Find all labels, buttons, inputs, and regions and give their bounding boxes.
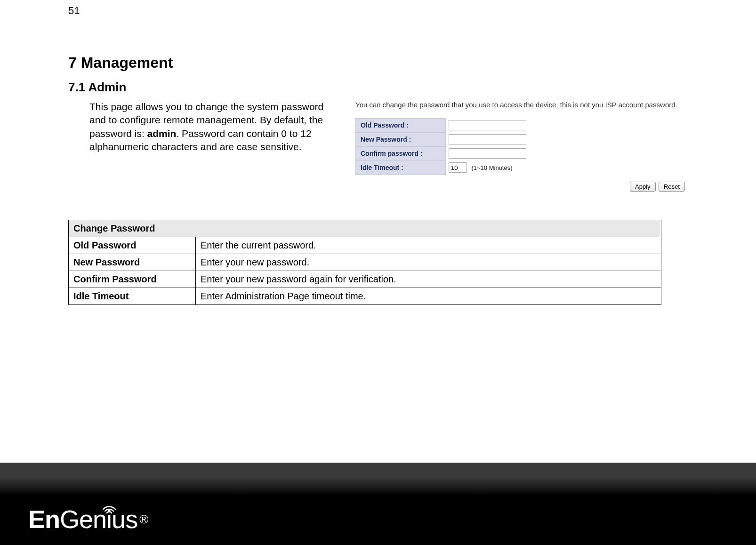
logo-registered: ® (139, 513, 148, 525)
key-new-password: New Password (69, 254, 196, 271)
new-password-input[interactable] (449, 134, 526, 144)
password-form-table: Old Password : New Password : Confirm pa… (355, 118, 530, 175)
field-old-password (446, 118, 530, 132)
val-idle-timeout: Enter Administration Page timeout time. (196, 288, 661, 305)
table-row: Confirm Password Enter your new password… (69, 271, 661, 288)
row-idle-timeout: Idle Timeout : (1~10 Minutes) (356, 160, 530, 175)
logo-i-wrap: i (106, 506, 112, 532)
idle-timeout-hint: (1~10 Minutes) (471, 164, 512, 171)
logo-gen: Gen (60, 506, 106, 532)
change-password-description-table: Change Password Old Password Enter the c… (68, 220, 661, 305)
heading-admin: 7.1 Admin (68, 80, 690, 95)
table-row: New Password Enter your new password. (69, 254, 661, 271)
field-confirm-password (446, 146, 530, 160)
desc-default-password: admin (147, 128, 177, 139)
val-new-password: Enter your new password. (196, 254, 661, 271)
form-intro-text: You can change the password that you use… (355, 100, 690, 110)
field-idle-timeout: (1~10 Minutes) (446, 160, 530, 175)
key-old-password: Old Password (69, 237, 196, 254)
table-header-row: Change Password (69, 220, 661, 237)
reset-button[interactable]: Reset (659, 182, 685, 192)
field-new-password (446, 132, 530, 146)
row-old-password: Old Password : (356, 118, 530, 132)
two-column-layout: This page allows you to change the syste… (68, 100, 690, 192)
engenius-logo: EnGenius® (28, 506, 148, 532)
confirm-password-input[interactable] (449, 148, 526, 159)
row-new-password: New Password : (356, 132, 530, 146)
admin-description: This page allows you to change the syste… (68, 100, 341, 153)
idle-timeout-input[interactable] (449, 162, 466, 173)
logo-en: En (28, 506, 60, 532)
footer-bar: EnGenius® (0, 463, 756, 545)
label-confirm-password: Confirm password : (356, 146, 446, 160)
button-row: Apply Reset (355, 182, 690, 192)
val-old-password: Enter the current password. (196, 237, 661, 254)
old-password-input[interactable] (449, 120, 526, 130)
table-header: Change Password (69, 220, 661, 237)
key-confirm-password: Confirm Password (69, 271, 196, 288)
label-new-password: New Password : (356, 132, 446, 146)
row-confirm-password: Confirm password : (356, 146, 530, 160)
table-row: Old Password Enter the current password. (69, 237, 661, 254)
heading-management: 7 Management (68, 54, 690, 72)
table-row: Idle Timeout Enter Administration Page t… (69, 288, 661, 305)
page-number: 51 (68, 5, 80, 17)
label-idle-timeout: Idle Timeout : (356, 160, 446, 175)
wifi-icon (101, 492, 117, 518)
main-content: 7 Management 7.1 Admin This page allows … (68, 54, 690, 305)
key-idle-timeout: Idle Timeout (69, 288, 196, 305)
admin-form-screenshot: You can change the password that you use… (355, 100, 690, 192)
label-old-password: Old Password : (356, 118, 446, 132)
val-confirm-password: Enter your new password again for verifi… (196, 271, 661, 288)
apply-button[interactable]: Apply (630, 182, 656, 192)
